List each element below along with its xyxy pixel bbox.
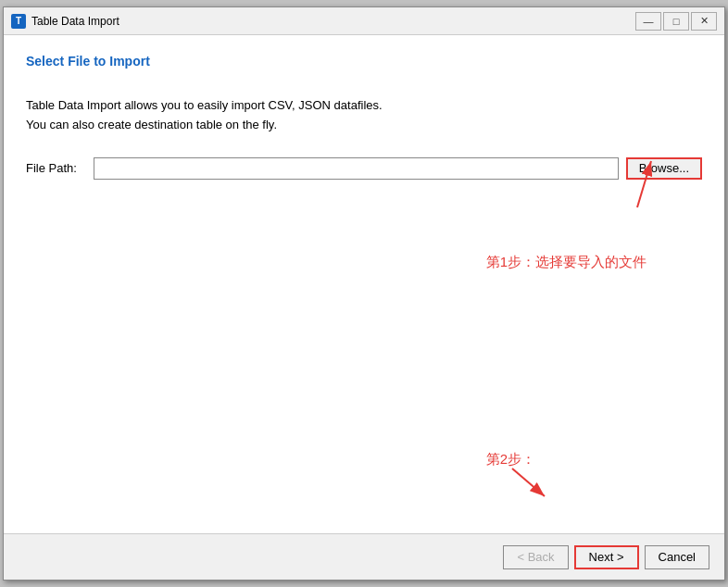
section-title: Select File to Import: [26, 54, 702, 69]
close-button[interactable]: ✕: [691, 12, 717, 31]
step1-annotation: 第1步：选择要导入的文件: [486, 254, 646, 271]
maximize-button[interactable]: □: [663, 12, 689, 31]
file-path-input[interactable]: [94, 157, 619, 180]
title-bar: T Table Data Import — □ ✕: [4, 7, 724, 35]
main-window: T Table Data Import — □ ✕ Select File to…: [3, 6, 725, 581]
description-text: Table Data Import allows you to easily i…: [26, 96, 702, 135]
description-line1: Table Data Import allows you to easily i…: [26, 96, 702, 116]
step1-arrow: [563, 133, 674, 217]
window-title: Table Data Import: [31, 15, 635, 28]
cancel-button[interactable]: Cancel: [645, 545, 709, 569]
description-line2: You can also create destination table on…: [26, 116, 702, 135]
annotation-area: 第1步：选择要导入的文件 第2步：: [26, 198, 702, 515]
next-button[interactable]: Next >: [574, 545, 639, 569]
main-content: Select File to Import Table Data Import …: [4, 35, 724, 533]
step2-arrow: [503, 459, 559, 506]
app-icon: T: [11, 14, 26, 29]
file-path-label: File Path:: [26, 161, 86, 175]
footer: < Back Next > Cancel: [4, 533, 724, 580]
minimize-button[interactable]: —: [635, 12, 661, 31]
window-controls: — □ ✕: [635, 12, 717, 31]
back-button[interactable]: < Back: [503, 545, 568, 569]
svg-line-3: [512, 468, 545, 496]
svg-line-1: [637, 161, 651, 207]
